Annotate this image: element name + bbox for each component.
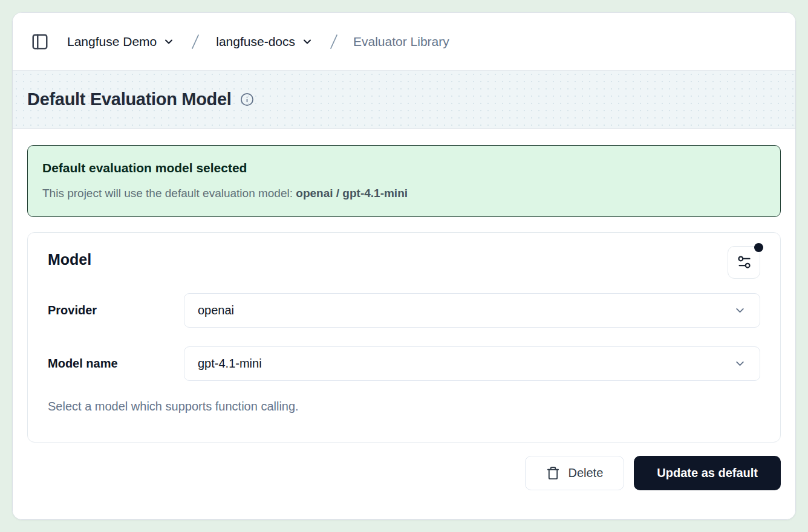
alert-title: Default evaluation model selected (42, 161, 766, 175)
model-name-field-row: Model name gpt-4.1-mini (48, 346, 760, 381)
provider-select-value: openai (198, 303, 234, 317)
sidebar-toggle-button[interactable] (30, 31, 50, 52)
action-button-row: Delete Update as default (27, 456, 781, 490)
chevron-down-icon (163, 36, 175, 48)
model-name-field-label: Model name (48, 357, 184, 371)
breadcrumb-organization-label: Langfuse Demo (67, 34, 157, 49)
breadcrumb-project-selector[interactable]: langfuse-docs (215, 32, 314, 51)
panel-left-icon (31, 33, 49, 51)
provider-select[interactable]: openai (184, 293, 760, 328)
slash-separator-icon (327, 33, 341, 51)
delete-button-label: Delete (568, 466, 603, 480)
model-card-header: Model (48, 246, 760, 279)
model-card: Model Provider openai (27, 232, 781, 443)
top-navigation-bar: Langfuse Demo langfuse-docs (13, 13, 795, 71)
provider-field-label: Provider (48, 303, 184, 317)
chevron-down-icon (734, 357, 746, 370)
main-window: Langfuse Demo langfuse-docs (12, 12, 796, 520)
alert-message-prefix: This project will use the default evalua… (42, 187, 296, 199)
model-name-select[interactable]: gpt-4.1-mini (184, 346, 760, 381)
delete-button[interactable]: Delete (525, 456, 624, 490)
sliders-settings-icon (736, 254, 752, 270)
provider-field-row: Provider openai (48, 293, 760, 328)
update-button-label: Update as default (657, 466, 758, 480)
model-helper-text: Select a model which supports function c… (48, 400, 760, 414)
model-name-select-value: gpt-4.1-mini (198, 357, 262, 371)
default-model-alert: Default evaluation model selected This p… (27, 145, 781, 217)
slash-separator-icon (188, 33, 203, 51)
main-content: Default evaluation model selected This p… (13, 129, 795, 519)
model-advanced-settings-button[interactable] (728, 246, 760, 279)
chevron-down-icon (301, 36, 313, 48)
update-as-default-button[interactable]: Update as default (634, 456, 781, 490)
page-header: Default Evaluation Model (13, 71, 795, 129)
model-card-title: Model (48, 246, 91, 268)
breadcrumb-organization-selector[interactable]: Langfuse Demo (66, 32, 176, 51)
trash-icon (546, 466, 560, 480)
alert-model-value: openai / gpt-4.1-mini (296, 187, 408, 199)
breadcrumb-project-label: langfuse-docs (216, 34, 295, 49)
chevron-down-icon (734, 304, 746, 317)
page-title: Default Evaluation Model (27, 89, 232, 109)
breadcrumb-current-page[interactable]: Evaluator Library (353, 34, 449, 49)
notification-dot-badge (754, 243, 763, 252)
alert-message: This project will use the default evalua… (42, 186, 766, 201)
info-icon[interactable] (240, 92, 254, 106)
